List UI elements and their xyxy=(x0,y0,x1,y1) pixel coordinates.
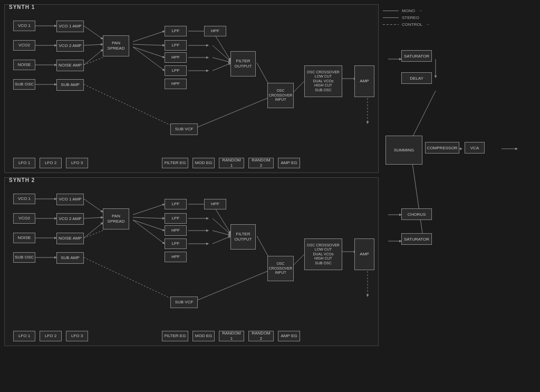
svg-line-50 xyxy=(194,270,270,302)
mono-line xyxy=(383,11,399,11)
synth2-vco2: VCO2 xyxy=(13,213,35,224)
vca-block: VCA xyxy=(465,142,485,154)
synth2-title: SYNTH 2 xyxy=(9,177,35,183)
synth1-noise-amp: NOISE AMP xyxy=(56,60,84,71)
svg-line-13 xyxy=(133,47,165,71)
mono-arrow: → xyxy=(418,8,422,13)
synth2-amp-eg: AMP EG xyxy=(278,331,300,341)
synth2-vco1: VCO 1 xyxy=(13,194,35,204)
legend-mono: MONO → xyxy=(383,8,536,13)
synth1-pan-spread: PAN SPREAD xyxy=(103,35,129,56)
synth1-noise: NOISE xyxy=(13,60,35,70)
svg-line-21 xyxy=(213,63,230,71)
synth1-sub-amp: SUB AMP xyxy=(56,79,84,91)
synth1-osc-crossover-input: OSC CROSSOVER INPUT xyxy=(267,83,294,108)
synth1-vco1-amp: VCO 1 AMP xyxy=(56,21,84,32)
svg-line-59 xyxy=(412,159,422,233)
svg-line-19 xyxy=(213,45,230,61)
control-line xyxy=(383,24,399,25)
svg-line-8 xyxy=(84,58,103,65)
svg-line-11 xyxy=(133,44,165,45)
synth1-vco2: VCO2 xyxy=(13,40,35,51)
synth1-lfo3: LFO 3 xyxy=(66,158,88,168)
synth2-vco1-amp: VCO 1 AMP xyxy=(56,194,84,205)
synth1-amp: AMP xyxy=(354,65,374,97)
synth2-mod-eg: MOD EG xyxy=(192,331,215,341)
synth1-section: SYNTH 1 xyxy=(4,4,379,173)
svg-line-48 xyxy=(213,236,230,244)
synth1-vco2-amp: VCO 2 AMP xyxy=(56,40,84,52)
synth2-osc-crossover: OSC CROSSOVER LOW CUT DUAL VCOs HIGH CUT… xyxy=(304,238,342,270)
synths-column: SYNTH 1 xyxy=(4,4,379,388)
svg-line-5 xyxy=(84,26,103,39)
svg-line-57 xyxy=(412,91,436,138)
synth2-hpf3: HPF xyxy=(165,252,187,262)
legend-control: CONTROL → xyxy=(383,22,536,27)
synth1-vco1: VCO 1 xyxy=(13,21,35,31)
synth2-amp: AMP xyxy=(354,238,374,270)
synth2-noise-amp: NOISE AMP xyxy=(56,233,84,244)
synth1-filter-eg: FILTER EG xyxy=(162,158,188,168)
synth2-filter-output: FILTER OUTPUT xyxy=(230,224,256,250)
synth2-egs-row: FILTER EG MOD EG RANDOM 1 RANDOM 2 AMP E… xyxy=(162,331,300,341)
synth1-lpf1: LPF xyxy=(165,26,187,36)
synth2-sub-vcf: SUB VCF xyxy=(170,297,198,308)
svg-line-36 xyxy=(84,257,172,299)
svg-line-34 xyxy=(84,223,103,238)
synth1-mod-eg: MOD EG xyxy=(192,158,215,168)
synth1-random1: RANDOM 1 xyxy=(219,158,244,168)
legend-stereo: STEREO xyxy=(383,15,536,20)
synth1-sub-vcf: SUB VCF xyxy=(170,123,198,135)
synth2-section: SYNTH 2 xyxy=(4,177,379,346)
right-signal-chain: SATURATOR DELAY SUMMING COMPRESSOR VCA C… xyxy=(383,35,536,388)
synth2-lfo2: LFO 2 xyxy=(40,331,62,341)
signal-legend: MONO → STEREO CONTROL → xyxy=(383,8,536,27)
svg-line-35 xyxy=(84,231,103,238)
delay-block: DELAY xyxy=(401,72,432,84)
synth2-vco2-amp: VCO 2 AMP xyxy=(56,213,84,225)
synth1-hpf1: HPF xyxy=(204,26,226,36)
svg-line-40 xyxy=(133,220,165,244)
synth2-random2: RANDOM 2 xyxy=(248,331,274,341)
synth2-lfo3: LFO 3 xyxy=(66,331,88,341)
stereo-line xyxy=(383,17,399,18)
synth1-sub-osc: SUB OSC xyxy=(13,79,35,90)
synth2-pan-spread: PAN SPREAD xyxy=(103,208,129,230)
synth1-osc-crossover: OSC CROSSOVER LOW CUT DUAL VCOs HIGH CUT… xyxy=(304,65,342,97)
summing-block: SUMMING xyxy=(385,136,422,165)
synth2-hpf1: HPF xyxy=(204,199,226,209)
svg-line-38 xyxy=(133,217,165,218)
synth2-random1: RANDOM 1 xyxy=(219,331,244,341)
svg-line-20 xyxy=(213,58,230,62)
svg-line-12 xyxy=(133,47,165,58)
stereo-label: STEREO xyxy=(402,15,419,20)
synth2-lpf3: LPF xyxy=(165,238,187,249)
svg-line-39 xyxy=(133,220,165,231)
chorus-block: CHORUS xyxy=(401,208,432,220)
synth2-osc-crossover-input: OSC CROSSOVER INPUT xyxy=(267,256,294,281)
svg-line-32 xyxy=(84,199,103,212)
synth1-lfos-row: LFO 1 LFO 2 LFO 3 xyxy=(13,158,88,168)
synth1-lfo2: LFO 2 xyxy=(40,158,62,168)
synth2-hpf2: HPF xyxy=(165,225,187,236)
svg-line-37 xyxy=(133,204,165,215)
compressor-block: COMPRESSOR xyxy=(425,142,459,154)
synth1-lfo1: LFO 1 xyxy=(13,158,35,168)
synth1-amp-eg: AMP EG xyxy=(278,158,300,168)
synth2-sub-osc: SUB OSC xyxy=(13,252,35,263)
svg-line-33 xyxy=(84,217,103,218)
synth1-filter-output: FILTER OUTPUT xyxy=(230,51,256,77)
synth1-title: SYNTH 1 xyxy=(9,4,35,10)
main-container: SYNTH 1 xyxy=(0,0,540,392)
synth2-inner: VCO 1 VCO2 NOISE SUB OSC VCO 1 AMP VCO 2… xyxy=(9,188,374,341)
svg-line-6 xyxy=(84,44,103,45)
synth2-sub-amp: SUB AMP xyxy=(56,252,84,264)
synth1-hpf3: HPF xyxy=(165,79,187,89)
synth2-lfo1: LFO 1 xyxy=(13,331,35,341)
svg-line-7 xyxy=(84,50,103,65)
svg-line-47 xyxy=(213,231,230,235)
synth2-filter-eg: FILTER EG xyxy=(162,331,188,341)
synth2-lpf2: LPF xyxy=(165,213,187,224)
right-column: MONO → STEREO CONTROL → xyxy=(383,4,536,388)
svg-line-46 xyxy=(213,218,230,234)
